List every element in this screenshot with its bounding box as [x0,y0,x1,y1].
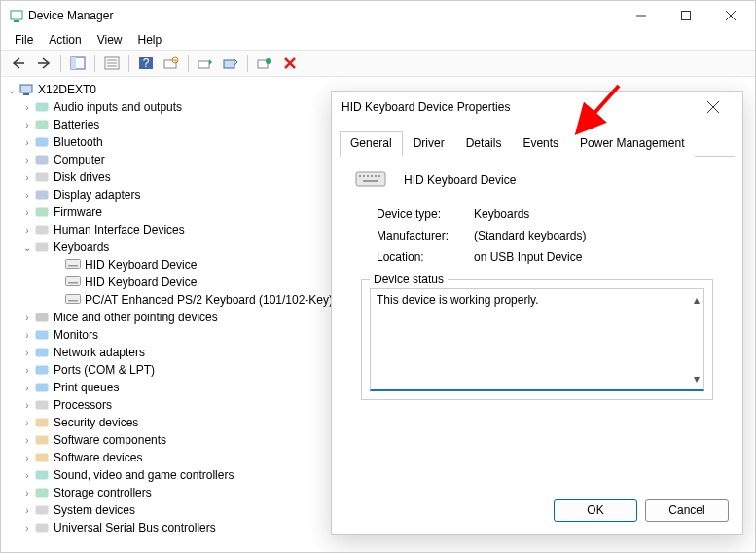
expand-icon[interactable]: › [20,400,34,411]
svg-rect-24 [20,85,32,92]
expand-icon[interactable]: › [20,137,34,148]
menu-help[interactable]: Help [130,31,170,49]
tab-general[interactable]: General [340,131,403,157]
category-icon [34,450,50,465]
expand-icon[interactable]: ⌄ [20,242,34,253]
scan-hardware-button[interactable] [160,53,183,74]
disable-device-button[interactable] [219,53,242,74]
svg-rect-41 [36,313,48,321]
tab-events[interactable]: Events [512,131,569,157]
expand-icon[interactable]: › [20,435,34,446]
svg-rect-28 [36,138,48,146]
expand-icon[interactable]: › [20,470,34,481]
category-label: Mice and other pointing devices [54,311,218,324]
expand-icon[interactable]: › [20,505,34,516]
uninstall-device-button[interactable] [253,53,276,74]
svg-rect-40 [68,300,78,302]
root-label: X12DEXT0 [38,83,96,96]
expand-icon[interactable]: › [20,383,34,393]
remove-device-button[interactable] [278,53,302,74]
svg-rect-46 [36,401,48,409]
help-button[interactable]: ? [134,53,158,74]
category-label: Disk drives [54,170,111,184]
category-label: Bluetooth [54,135,103,149]
svg-rect-50 [36,471,48,479]
category-icon [34,204,50,220]
category-label: System devices [54,503,135,517]
svg-rect-32 [36,208,48,216]
expand-icon[interactable]: › [20,523,34,534]
expand-icon[interactable]: › [20,313,34,323]
category-icon [34,502,50,518]
category-label: Processors [54,398,112,412]
properties-button[interactable] [100,53,124,74]
tab-details[interactable]: Details [455,131,513,157]
app-icon [9,8,24,23]
svg-rect-42 [36,331,48,339]
category-icon [34,222,50,238]
svg-rect-31 [36,191,48,199]
menu-action[interactable]: Action [41,31,89,49]
titlebar: Device Manager [1,1,755,30]
device-status-textbox[interactable]: This device is working properly. ▴▾ [370,288,704,391]
expand-icon[interactable]: › [20,207,34,218]
svg-rect-52 [36,506,48,514]
expand-icon[interactable]: › [20,102,34,113]
show-hide-console-tree-button[interactable] [66,53,90,74]
expand-icon[interactable]: › [20,120,34,130]
svg-rect-18 [198,61,209,68]
maximize-button[interactable] [664,1,708,30]
close-button[interactable] [708,1,753,30]
minimize-button[interactable] [619,1,664,30]
svg-rect-9 [71,57,76,69]
category-label: Print queues [54,381,119,394]
svg-rect-29 [36,156,48,164]
tab-driver[interactable]: Driver [403,131,455,157]
expand-icon[interactable]: › [20,172,34,183]
device-label: HID Keyboard Device [85,258,197,272]
svg-rect-60 [371,175,373,177]
expand-icon[interactable]: › [20,488,34,498]
category-icon [34,152,50,167]
dialog-close-button[interactable] [694,92,733,123]
expand-icon[interactable]: › [20,155,34,166]
menu-file[interactable]: File [7,31,41,49]
status-scrollbar[interactable]: ▴▾ [694,293,702,386]
expand-icon[interactable]: › [20,348,34,358]
expand-icon[interactable]: › [20,453,34,463]
svg-rect-49 [36,454,48,461]
ok-button[interactable]: OK [554,499,637,522]
forward-button[interactable] [32,53,55,74]
device-status-text: This device is working properly. [377,293,539,307]
collapse-icon[interactable]: ⌄ [5,85,18,95]
category-label: Human Interface Devices [54,223,185,237]
svg-text:?: ? [143,56,150,70]
tab-power-management[interactable]: Power Management [569,131,695,157]
category-icon [34,134,50,150]
expand-icon[interactable]: › [20,330,34,341]
svg-rect-38 [68,282,78,284]
menu-view[interactable]: View [90,31,130,49]
expand-icon[interactable]: › [20,225,34,236]
properties-dialog: HID Keyboard Device Properties General D… [331,91,743,535]
dialog-tabs: General Driver Details Events Power Mana… [340,130,735,157]
category-icon [34,187,50,203]
update-driver-button[interactable] [194,53,217,74]
svg-rect-30 [36,173,48,181]
svg-rect-58 [363,175,365,177]
category-label: Universal Serial Bus controllers [54,521,216,535]
svg-rect-37 [66,277,81,286]
device-label: HID Keyboard Device [85,276,197,289]
back-button[interactable] [7,53,30,74]
svg-rect-27 [36,121,48,129]
svg-rect-48 [36,436,48,444]
cancel-button[interactable]: Cancel [645,499,729,522]
expand-icon[interactable]: › [20,365,34,376]
expand-icon[interactable]: › [20,190,34,201]
svg-rect-57 [359,175,361,177]
category-label: Keyboards [54,240,109,254]
category-label: Software devices [54,451,142,464]
category-icon [34,240,50,255]
expand-icon[interactable]: › [20,418,34,428]
device-status-legend: Device status [370,273,448,286]
